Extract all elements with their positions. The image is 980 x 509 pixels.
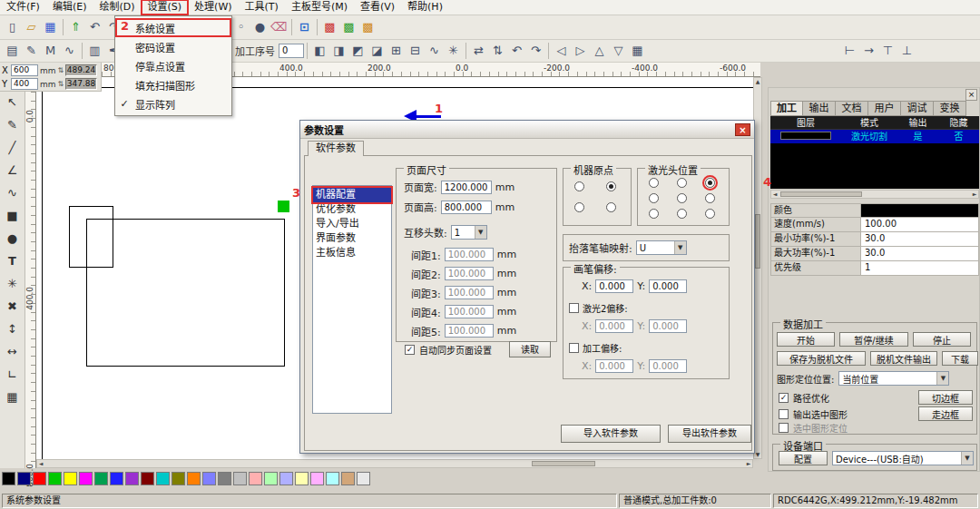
- new-file-icon[interactable]: ▯: [3, 18, 22, 37]
- radio-option[interactable]: [705, 209, 715, 219]
- scroll-down-icon[interactable]: ▼: [754, 451, 761, 458]
- palette-swatch-8[interactable]: [110, 472, 123, 485]
- wave-icon[interactable]: ∿: [60, 42, 79, 61]
- palette-swatch-15[interactable]: [218, 472, 231, 485]
- y-size-input[interactable]: 400: [11, 78, 38, 90]
- radio-option-selected[interactable]: [705, 178, 715, 188]
- scroll-left-icon[interactable]: ◄: [771, 191, 779, 198]
- tab-work[interactable]: 加工: [770, 101, 803, 116]
- read-button[interactable]: 读取: [509, 341, 551, 357]
- nav-import-export[interactable]: 导入/导出: [313, 217, 391, 231]
- bezier-tool-icon[interactable]: ∿: [3, 184, 23, 203]
- vertical-scroll-thumb[interactable]: [755, 214, 760, 269]
- ellipse-tool-icon[interactable]: ●: [3, 230, 23, 249]
- set-cut-start-icon[interactable]: ⊢: [840, 42, 859, 61]
- menu-help[interactable]: 帮助(H): [401, 0, 449, 15]
- save-offline-file-button[interactable]: 保存为脱机文件: [777, 351, 866, 366]
- radio-option[interactable]: [574, 181, 584, 191]
- spacing-input-4[interactable]: 100.000: [445, 305, 494, 318]
- spacing-input-1[interactable]: 100.000: [445, 248, 494, 261]
- menu-settings[interactable]: 设置(S): [142, 0, 189, 15]
- menu-tools[interactable]: 工具(T): [239, 0, 285, 15]
- text-tool-icon[interactable]: T: [3, 252, 23, 271]
- palette-swatch-13[interactable]: [187, 472, 201, 485]
- palette-swatch-1[interactable]: [2, 472, 15, 485]
- print-icon[interactable]: ▥: [85, 42, 104, 61]
- palette-swatch-14[interactable]: [202, 472, 216, 485]
- polyline-tool-icon[interactable]: ∠: [3, 162, 23, 181]
- explode-icon[interactable]: ✳: [444, 42, 463, 61]
- align-bottom-icon[interactable]: ▽: [609, 42, 628, 61]
- walk-border-button[interactable]: 走边框: [918, 406, 973, 421]
- menu-item-fill-scan-graphics[interactable]: 填充扫描图形: [115, 75, 231, 94]
- shape-green-square[interactable]: [278, 201, 289, 212]
- page-width-input[interactable]: 1200.000: [441, 181, 492, 194]
- array-copy-icon[interactable]: ▦: [628, 42, 647, 61]
- output-selected-checkbox[interactable]: [779, 409, 789, 419]
- subtract-icon[interactable]: ◨: [329, 42, 348, 61]
- layer-table-scrollbar[interactable]: ◄ ►: [770, 190, 979, 199]
- close-icon[interactable]: ×: [735, 123, 750, 136]
- tab-user[interactable]: 用户: [868, 101, 901, 116]
- menu-process[interactable]: 处理(W): [188, 0, 238, 15]
- scroll-left-icon[interactable]: ◄: [37, 460, 44, 467]
- radio-option[interactable]: [677, 209, 687, 219]
- selected-locate-checkbox[interactable]: [779, 423, 789, 433]
- palette-swatch-17[interactable]: [249, 472, 262, 485]
- dialog-titlebar[interactable]: 参数设置 ×: [300, 121, 754, 139]
- align-top-icon[interactable]: △: [590, 42, 609, 61]
- chevron-down-icon[interactable]: ▼: [961, 452, 973, 465]
- menu-item-system-settings[interactable]: 系统设置: [115, 18, 231, 37]
- menu-draw[interactable]: 绘制(D): [93, 0, 141, 15]
- union-icon[interactable]: ◧: [310, 42, 329, 61]
- palette-swatch-20[interactable]: [295, 472, 309, 485]
- job-number-input[interactable]: 0: [279, 44, 304, 58]
- set-cut-direction-icon[interactable]: →: [859, 42, 878, 61]
- spacing-input-2[interactable]: 100.000: [445, 267, 494, 280]
- eraser-icon[interactable]: ⌫: [270, 18, 289, 37]
- palette-swatch-12[interactable]: [172, 472, 185, 485]
- layer-row[interactable]: 激光切割 是 否: [770, 130, 979, 143]
- nav-machine-config[interactable]: 机器配置: [313, 188, 391, 202]
- cut-border-button[interactable]: 切边框: [918, 390, 973, 405]
- perpendicular-node-icon[interactable]: ⊥: [897, 42, 916, 61]
- radio-option-selected[interactable]: [606, 181, 616, 191]
- chevron-down-icon[interactable]: ▼: [674, 241, 686, 254]
- corner-tool-icon[interactable]: ∟: [3, 366, 23, 385]
- small-dot-icon[interactable]: ◦: [231, 18, 250, 37]
- mirror-vertical-icon[interactable]: ↕: [3, 320, 23, 339]
- laser2-offset-x-input[interactable]: 0.000: [595, 319, 633, 333]
- y-stepper-icon[interactable]: ⇅: [58, 80, 64, 88]
- tab-transform[interactable]: 变换: [934, 101, 966, 116]
- palette-swatch-18[interactable]: [264, 472, 278, 485]
- intersect-icon[interactable]: ◩: [348, 42, 368, 61]
- mirror-horizontal-icon[interactable]: ↔: [3, 343, 23, 362]
- palette-swatch-4[interactable]: [48, 472, 62, 485]
- large-dot-icon[interactable]: ●: [250, 18, 270, 37]
- nav-interface-params[interactable]: 界面参数: [313, 231, 391, 246]
- offline-file-output-button[interactable]: 脱机文件输出: [870, 351, 937, 366]
- x-stepper-icon[interactable]: ⇅: [58, 66, 64, 74]
- x-size-input[interactable]: 600: [11, 64, 38, 76]
- import-software-params-button[interactable]: 导入软件参数: [561, 425, 661, 443]
- device-select[interactable]: Device---(USB:自动) ▼: [832, 451, 974, 465]
- palette-swatch-16[interactable]: [233, 472, 247, 485]
- exclude-icon[interactable]: ◪: [368, 42, 387, 61]
- head-count-select[interactable]: 1 ▼: [451, 225, 487, 240]
- palette-swatch-7[interactable]: [94, 472, 108, 485]
- line-tool-icon[interactable]: ╱: [3, 139, 23, 158]
- palette-swatch-10[interactable]: [141, 472, 154, 485]
- simulate-orange-icon[interactable]: ▩: [358, 18, 377, 37]
- export-software-params-button[interactable]: 导出软件参数: [668, 425, 751, 443]
- rotate-left-icon[interactable]: ↶: [507, 42, 526, 61]
- tab-debug[interactable]: 调试: [901, 101, 934, 116]
- tab-output[interactable]: 输出: [803, 101, 836, 116]
- undo-icon[interactable]: ↶: [85, 18, 104, 37]
- close-icon[interactable]: ×: [965, 89, 977, 101]
- open-file-icon[interactable]: ▱: [22, 18, 41, 37]
- pen-offset-x-input[interactable]: 0.000: [595, 279, 633, 293]
- select-tool-icon[interactable]: ↖: [3, 93, 23, 113]
- align-right-icon[interactable]: ▷: [571, 42, 590, 61]
- menu-board-model[interactable]: 主板型号(M): [285, 0, 354, 15]
- canvas-horizontal-scrollbar[interactable]: ◄ ►: [36, 459, 753, 468]
